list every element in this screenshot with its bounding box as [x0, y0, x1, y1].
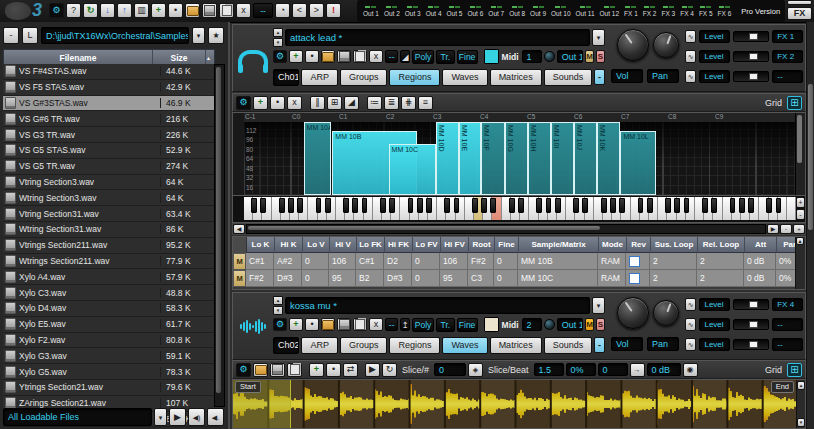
solo-button[interactable]: S	[596, 318, 605, 331]
file-row[interactable]: VS G3 TR.wav226 K	[3, 127, 218, 143]
out-tab-out-4[interactable]: Out 4	[425, 6, 443, 17]
blank-slot-button[interactable]: --	[385, 318, 398, 331]
save-button[interactable]	[270, 363, 285, 377]
midi-mini-knob[interactable]	[544, 51, 555, 62]
piano-key-black[interactable]	[766, 198, 772, 213]
close-button[interactable]: x	[369, 50, 383, 63]
piano-key-black[interactable]	[490, 198, 496, 213]
tab-arp[interactable]: ARP	[301, 69, 338, 86]
settings-button[interactable]: ⚙	[273, 50, 287, 63]
table-cell[interactable]: F#2	[246, 270, 274, 287]
send-level-label[interactable]: Level	[699, 50, 730, 63]
piano-key-black[interactable]	[647, 198, 653, 213]
file-row[interactable]: Xylo G5.wav78.3 K	[3, 364, 218, 380]
file-row[interactable]: Vtring Section3.wav64 K	[3, 175, 218, 191]
out-tab-fx-3[interactable]: FX 3	[660, 6, 676, 17]
out-tab-out-11[interactable]: Out 11	[575, 6, 596, 17]
fine-tune-button[interactable]: Fine	[457, 50, 478, 64]
piano-key-black[interactable]	[260, 198, 266, 213]
pan-knob[interactable]	[653, 300, 679, 326]
wave-grid-snap-button[interactable]: ⊞	[787, 363, 802, 377]
transpose-button[interactable]: Tr.	[436, 318, 454, 332]
send-level-slider[interactable]	[733, 319, 769, 330]
volume-knob[interactable]	[617, 29, 649, 61]
program-down-button[interactable]: ▾	[273, 306, 283, 315]
copy-button[interactable]	[353, 318, 367, 331]
browser-collapse-button[interactable]: -	[3, 27, 19, 44]
piano-key-black[interactable]	[444, 198, 450, 213]
copy-button[interactable]	[353, 50, 367, 63]
pause-button[interactable]: ∥	[310, 96, 325, 110]
waveform-view[interactable]: Start End	[233, 380, 796, 428]
table-cell[interactable]: 0 dB	[744, 270, 776, 287]
collapse-channel-button[interactable]: -	[594, 69, 605, 85]
column-header-att[interactable]: Att	[745, 237, 777, 253]
close-button[interactable]: x	[369, 318, 383, 331]
poly-button[interactable]: Poly	[412, 318, 434, 332]
open-folder-button[interactable]	[321, 50, 335, 63]
piano-key-black[interactable]	[546, 198, 552, 213]
output-select-field[interactable]: Out 1	[557, 318, 583, 331]
import-button[interactable]: ↓	[100, 3, 115, 18]
fine-tune-button[interactable]: Fine	[457, 318, 478, 332]
browser-lock-button[interactable]: L	[22, 27, 38, 44]
out-tab-out-6[interactable]: Out 6	[466, 6, 484, 17]
piano-keyboard[interactable]	[244, 197, 796, 220]
region-table-row[interactable]: MC#1A#20106C#1D20106F#20MM 10BRAM220 dB0…	[233, 253, 805, 270]
column-header-rel-loop[interactable]: Rel. Loop	[698, 237, 745, 253]
help-button[interactable]: ?	[66, 3, 81, 18]
send-level-label[interactable]: Level	[699, 70, 730, 83]
open-folder-button[interactable]	[253, 363, 268, 377]
table-cell[interactable]: 106	[329, 253, 356, 270]
piano-key-black[interactable]	[325, 198, 331, 213]
region-table-row[interactable]: MF#2D#3095B2D#3095C30MM 10CRAM220 dB0%	[233, 270, 805, 287]
sample-region-mm-10k[interactable]: MM 10K	[597, 122, 620, 195]
panic-button[interactable]: !	[326, 3, 341, 18]
piano-key-black[interactable]	[279, 198, 285, 213]
slice-beat-field[interactable]: 1.5	[534, 363, 564, 376]
sample-region-mm-10g[interactable]: MM 10G	[505, 122, 528, 195]
tab-waves[interactable]: Waves	[442, 337, 487, 354]
piano-key-black[interactable]	[352, 198, 358, 213]
swap-button[interactable]: ⇄	[343, 363, 358, 377]
column-header-sample-matrix[interactable]: Sample/Matrix	[519, 237, 599, 253]
piano-key-black[interactable]	[297, 198, 303, 213]
table-cell[interactable]: 106	[440, 253, 468, 270]
file-row[interactable]: Xylo E5.wav61.7 K	[3, 317, 218, 333]
save-button[interactable]	[337, 50, 351, 63]
send-destination-field[interactable]: --	[772, 338, 803, 351]
piano-key-black[interactable]	[739, 198, 745, 213]
out-tab-out-2[interactable]: Out 2	[383, 6, 401, 17]
stretch-percent-field[interactable]: 0%	[566, 363, 596, 376]
output-select-field[interactable]: Out 1	[557, 50, 583, 63]
dot-button[interactable]: •	[270, 96, 285, 110]
file-row[interactable]: Wtring Section31.wav86 K	[3, 222, 218, 238]
table-cell[interactable]: D#3	[274, 270, 302, 287]
add-button[interactable]: +	[151, 3, 166, 18]
table-cell[interactable]	[626, 270, 650, 287]
table-cell[interactable]: 95	[440, 270, 468, 287]
dot-button[interactable]: •	[305, 318, 319, 331]
window-scrollbar[interactable]	[806, 22, 814, 429]
vol-label-field[interactable]: Vol	[611, 337, 643, 351]
dot-button[interactable]: •	[326, 363, 341, 377]
hzoom-in-button[interactable]: +	[793, 224, 805, 234]
table-cell[interactable]: 2	[697, 253, 744, 270]
back-button[interactable]: <	[292, 3, 307, 18]
add-button[interactable]: +	[309, 363, 324, 377]
pan-label-field[interactable]: Pan	[647, 69, 679, 83]
column-filename[interactable]: Filename	[4, 50, 153, 65]
send-level-label[interactable]: Level	[699, 30, 730, 43]
send-source-icon[interactable]: ∿	[685, 50, 696, 63]
out-tab-out-12[interactable]: Out 12	[599, 6, 621, 17]
sample-region-mm-10d[interactable]: MM 10D	[436, 122, 459, 195]
out-tab-out-3[interactable]: Out 3	[404, 6, 422, 17]
piano-key-black[interactable]	[380, 198, 386, 213]
piano-key-black[interactable]	[748, 198, 754, 213]
piano-key-black[interactable]	[362, 198, 368, 213]
file-row[interactable]: VS G#3STAS.wav46.9 K	[3, 96, 218, 112]
out-tab-fx-6[interactable]: FX 6	[717, 6, 733, 17]
send-destination-field[interactable]: --	[772, 318, 803, 331]
out-tab-out-7[interactable]: Out 7	[487, 6, 505, 17]
forward-button[interactable]: >	[309, 3, 324, 18]
